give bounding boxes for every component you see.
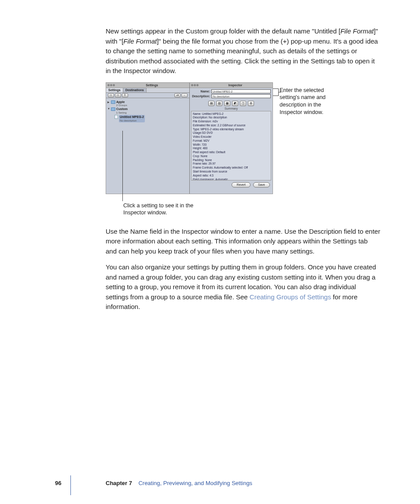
settings-toolbar: ▭ ▭ ⎘ +▾ − <box>106 93 189 98</box>
disclosure-triangle-icon[interactable]: ▶ <box>107 100 110 103</box>
inspector-tab-icons: ▤ ▧ ▦ ◩ ◫ ⚙ <box>190 99 273 107</box>
settings-tabs: Settings Destinations <box>106 88 189 93</box>
encoder-tab-icon[interactable]: ▧ <box>216 101 222 106</box>
toolbar-new-group-button[interactable]: ▭ <box>108 93 114 97</box>
intro-paragraph: New settings appear in the Custom group … <box>106 26 380 76</box>
callout-bottom: Click a setting to see it in the Inspect… <box>123 202 211 217</box>
tree-sublabel: No description <box>120 119 136 122</box>
folder-icon <box>111 100 115 104</box>
folder-icon <box>111 107 115 111</box>
inspector-footer: Revert Save <box>190 180 273 189</box>
disclosure-triangle-icon[interactable]: ▼ <box>107 107 110 110</box>
paragraph-2: Use the Name field in the Inspector wind… <box>106 227 380 257</box>
footer-rule <box>70 475 71 495</box>
summary-line: Start timecode from source <box>193 170 269 174</box>
actions-tab-icon[interactable]: ⚙ <box>248 101 254 106</box>
description-field[interactable]: No description <box>211 94 271 98</box>
summary-line: File Extension: m2v <box>193 120 269 124</box>
toolbar-plus-button[interactable]: +▾ <box>174 93 181 97</box>
p1-text-a: New settings appear in the Custom group … <box>106 27 340 35</box>
summary-line: Frame rate: 29.97 <box>193 162 269 166</box>
toolbar-new-setting-button[interactable]: ▭ <box>115 93 121 97</box>
summary-line: Frame Controls: Automatically selected: … <box>193 166 269 170</box>
callout-lead-line <box>273 96 278 96</box>
toolbar-duplicate-button[interactable]: ⎘ <box>122 93 128 97</box>
tree-sublabel: 1 Setting <box>116 111 127 114</box>
window-controls[interactable] <box>107 84 115 86</box>
summary-line: Estimated file size: 2.2 GB/hour of sour… <box>193 124 269 128</box>
link-creating-groups[interactable]: Creating Groups of Settings <box>250 293 331 301</box>
revert-button[interactable]: Revert <box>232 182 251 188</box>
callout-lead-line <box>122 131 123 201</box>
window-controls[interactable] <box>191 84 199 86</box>
summary-line: Height: 480 <box>193 147 269 151</box>
toolbar-minus-button[interactable]: − <box>181 93 188 97</box>
chapter-label: Chapter 7 <box>106 480 132 486</box>
summary-line: Crop: None <box>193 155 269 158</box>
summary-line: Usage:SD DVD <box>193 131 269 135</box>
callout-right: Enter the selected setting's name and de… <box>280 87 337 117</box>
summary-box: Name: Untitled MPEG-2Description: No des… <box>191 111 271 180</box>
inspector-section-title: Summary <box>190 107 273 110</box>
save-button[interactable]: Save <box>253 182 270 188</box>
tree-row-custom[interactable]: ▼ Custom 1 Setting <box>107 107 188 114</box>
page-number: 96 <box>55 480 61 486</box>
summary-line: Width: 720 <box>193 143 269 147</box>
summary-line: Padding: None <box>193 158 269 162</box>
inspector-form: Name: Untitled MPEG-2 Description: No de… <box>190 88 273 99</box>
summary-line: Name: Untitled MPEG-2 <box>193 112 269 116</box>
inspector-panel: Inspector Name: Untitled MPEG-2 Descript… <box>189 83 273 194</box>
filters-tab-icon[interactable]: ◩ <box>232 101 238 106</box>
tree-label: Untitled MPEG-2 <box>120 115 144 118</box>
summary-line: Video Encoder <box>193 135 269 139</box>
frame-controls-tab-icon[interactable]: ▦ <box>224 101 230 106</box>
settings-panel: Settings Settings Destinations ▭ ▭ ⎘ +▾ … <box>106 83 189 194</box>
settings-window-title: Settings <box>116 84 188 87</box>
summary-line: Description: No description <box>193 116 269 120</box>
tree-sublabel: 2 Groups <box>116 104 127 107</box>
settings-tree: ▶ Apple 2 Groups ▼ Custom 1 Setting <box>106 98 189 125</box>
chapter-footer: Chapter 7 Creating, Previewing, and Modi… <box>106 480 252 486</box>
p1-italic-1: File Format <box>340 27 374 35</box>
tree-label: Apple <box>116 100 125 103</box>
settings-titlebar: Settings <box>106 83 189 88</box>
summary-line: Aspect ratio: 4:3 <box>193 174 269 178</box>
summary-line: Format: M2V <box>193 139 269 143</box>
tree-label: Custom <box>116 107 128 110</box>
tree-row-apple[interactable]: ▶ Apple 2 Groups <box>107 100 188 107</box>
inspector-window-title: Inspector <box>199 84 271 87</box>
chapter-title: Creating, Previewing, and Modifying Sett… <box>138 480 252 486</box>
tab-destinations[interactable]: Destinations <box>123 88 147 92</box>
summary-tab-icon[interactable]: ▤ <box>208 101 214 106</box>
tab-settings[interactable]: Settings <box>106 88 123 92</box>
geometry-tab-icon[interactable]: ◫ <box>240 101 246 106</box>
p1-italic-2: File Format <box>123 37 157 45</box>
callout-lead-line <box>273 88 278 89</box>
tree-row-selected-setting[interactable]: Untitled MPEG-2 No description <box>114 114 188 123</box>
screenshot-figure: Settings Settings Destinations ▭ ▭ ⎘ +▾ … <box>106 82 380 219</box>
description-field-label: Description: <box>192 95 210 98</box>
paragraph-3: You can also organize your settings by p… <box>106 262 380 312</box>
app-screenshot: Settings Settings Destinations ▭ ▭ ⎘ +▾ … <box>106 82 273 194</box>
summary-line: Pixel aspect ratio: Default <box>193 151 269 155</box>
name-field[interactable]: Untitled MPEG-2 <box>211 89 271 93</box>
document-icon <box>114 115 118 119</box>
summary-line: Type: MPEG-2 video elementary stream <box>193 128 269 132</box>
inspector-titlebar: Inspector <box>190 83 273 88</box>
name-field-label: Name: <box>192 90 210 93</box>
